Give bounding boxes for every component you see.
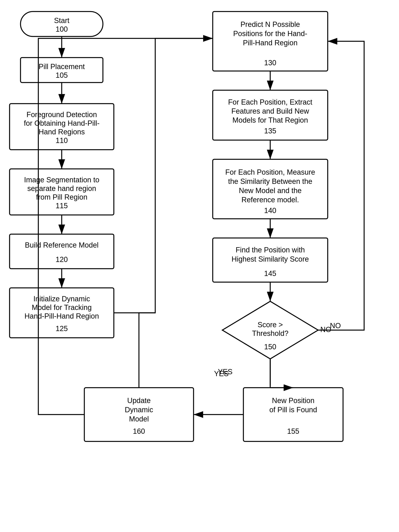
- node-155-number: 155: [287, 427, 299, 435]
- node-110-number: 110: [55, 136, 68, 145]
- node-130-line1: Predict N Possible: [240, 20, 300, 28]
- yes-label-text: YES: [214, 370, 229, 378]
- node-105-number: 105: [55, 71, 68, 79]
- node-120-line1: Build Reference Model: [25, 241, 98, 249]
- node-120-number: 120: [55, 255, 68, 264]
- node-135-line1: For Each Position, Extract: [228, 98, 312, 106]
- no-label: NO: [320, 325, 331, 334]
- node-125-number: 125: [55, 324, 68, 333]
- node-160-line1: Update: [127, 397, 151, 405]
- arrow-no-to-130: [318, 41, 364, 330]
- node-160-line2: Dynamic: [125, 406, 153, 414]
- node-110-line1: Foreground Detection: [26, 111, 97, 119]
- node-125-line2: Model for Tracking: [32, 304, 92, 311]
- node-140-line4: Reference model.: [241, 196, 299, 204]
- node-130-number: 130: [264, 59, 276, 67]
- node-110-line2: for Obtaining Hand-Pill-: [24, 119, 100, 127]
- node-115-line2: separate hand region: [27, 184, 96, 192]
- node-140-line2: the Similarity Between the: [228, 177, 312, 185]
- node-140-number: 140: [264, 207, 276, 215]
- no-label-text: NO: [330, 322, 341, 330]
- node-135-line3: Models for That Region: [233, 116, 308, 124]
- node-150-line1: Score >: [258, 321, 283, 329]
- node-140-line3: New Model and the: [239, 187, 301, 195]
- node-150-number: 150: [264, 343, 276, 351]
- node-140-line1: For Each Position, Measure: [225, 168, 315, 176]
- node-125-line1: Initialize Dynamic: [33, 295, 90, 303]
- node-155-line2: of Pill is Found: [269, 406, 317, 414]
- arrow-160-to-130: [38, 38, 213, 415]
- arrow-160-back-part1: [139, 313, 155, 388]
- node-115-line1: Image Segmentation to: [24, 176, 99, 184]
- node-160-number: 160: [133, 427, 145, 435]
- node-135-number: 135: [264, 127, 276, 135]
- node-115-line3: from Pill Region: [36, 193, 87, 201]
- arrow-125-to-130: [114, 38, 213, 313]
- node-150-line2: Threshold?: [252, 329, 289, 337]
- node-135-line2: Features and Build New: [231, 107, 309, 115]
- node-145-number: 145: [264, 269, 276, 278]
- node-130-line3: Pill-Hand Region: [243, 39, 297, 47]
- node-145-line1: Find the Position with: [235, 246, 305, 254]
- diagram-container: Start 100 Pill Placement 105 Foreground …: [0, 0, 399, 532]
- node-125-line3: Hand-Pill-Hand Region: [25, 312, 99, 320]
- node-160-line3: Model: [129, 415, 149, 423]
- node-145-line2: Highest Similarity Score: [232, 255, 309, 263]
- start-label: Start: [54, 17, 70, 25]
- node-110-line3: Hand Regions: [39, 128, 85, 136]
- start-number: 100: [55, 25, 68, 33]
- node-130-line2: Positions for the Hand-: [233, 30, 307, 38]
- node-115-number: 115: [55, 202, 68, 210]
- node-155-line1: New Position: [272, 397, 314, 405]
- node-105-label: Pill Placement: [39, 63, 85, 71]
